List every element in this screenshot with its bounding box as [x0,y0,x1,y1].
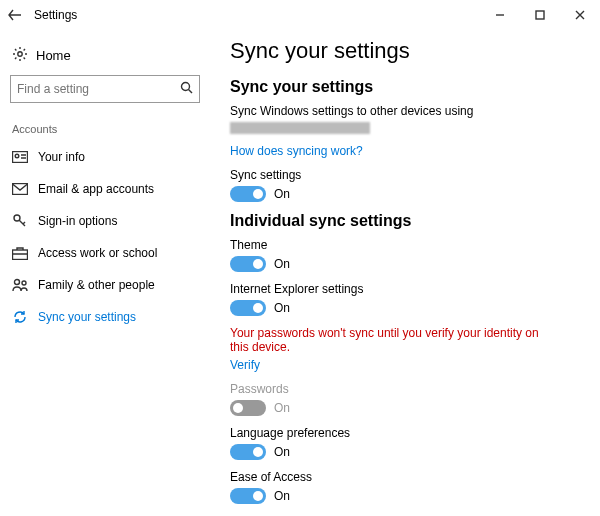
home-nav[interactable]: Home [10,40,200,75]
password-warning: Your passwords won't sync until you veri… [230,326,560,354]
verify-link[interactable]: Verify [230,358,260,372]
ease-toggle[interactable] [230,488,266,504]
briefcase-icon [12,245,28,261]
close-button[interactable] [560,0,600,30]
maximize-button[interactable] [520,0,560,30]
svg-point-2 [182,83,190,91]
passwords-toggle [230,400,266,416]
toggle-state: On [274,257,290,271]
section-heading: Sync your settings [230,78,580,96]
sidebar-item-family[interactable]: Family & other people [10,269,200,301]
theme-toggle[interactable] [230,256,266,272]
person-card-icon [12,149,28,165]
sidebar-item-label: Access work or school [38,246,157,260]
sidebar-item-your-info[interactable]: Your info [10,141,200,173]
toggle-label: Theme [230,238,580,252]
sync-description: Sync Windows settings to other devices u… [230,104,580,118]
sidebar-item-label: Email & app accounts [38,182,154,196]
svg-rect-0 [536,11,544,19]
toggle-state: On [274,401,290,415]
svg-point-1 [18,52,22,56]
page-title: Sync your settings [230,38,580,64]
sidebar-item-signin[interactable]: Sign-in options [10,205,200,237]
svg-rect-7 [13,250,28,260]
home-label: Home [36,48,71,63]
toggle-state: On [274,301,290,315]
people-icon [12,277,28,293]
toggle-state: On [274,489,290,503]
toggle-label: Passwords [230,382,580,396]
sidebar-item-label: Sync your settings [38,310,136,324]
sync-icon [12,309,28,325]
toggle-label: Internet Explorer settings [230,282,580,296]
mail-icon [12,181,28,197]
toggle-label: Sync settings [230,168,580,182]
titlebar: Settings [0,0,600,30]
sidebar: Home Accounts Your info Email & app acco… [0,30,210,516]
sidebar-item-sync[interactable]: Sync your settings [10,301,200,333]
toggle-label: Language preferences [230,426,580,440]
section-heading: Individual sync settings [230,212,580,230]
content-area: Sync your settings Sync your settings Sy… [210,30,600,516]
sidebar-item-email[interactable]: Email & app accounts [10,173,200,205]
sidebar-item-label: Your info [38,150,85,164]
redacted-account [230,122,370,134]
window-title: Settings [30,8,77,22]
minimize-button[interactable] [480,0,520,30]
ie-toggle[interactable] [230,300,266,316]
toggle-state: On [274,445,290,459]
sidebar-item-label: Sign-in options [38,214,117,228]
search-box[interactable] [10,75,200,103]
toggle-state: On [274,187,290,201]
sidebar-item-label: Family & other people [38,278,155,292]
back-button[interactable] [0,0,30,30]
section-label: Accounts [10,119,200,141]
svg-point-9 [22,281,26,285]
language-toggle[interactable] [230,444,266,460]
help-link[interactable]: How does syncing work? [230,144,363,158]
svg-point-8 [15,280,20,285]
gear-icon [12,46,28,65]
key-icon [12,213,28,229]
search-input[interactable] [17,82,180,96]
toggle-label: Ease of Access [230,470,580,484]
search-icon [180,81,193,97]
svg-point-4 [15,154,19,158]
sidebar-item-work[interactable]: Access work or school [10,237,200,269]
sync-settings-toggle[interactable] [230,186,266,202]
